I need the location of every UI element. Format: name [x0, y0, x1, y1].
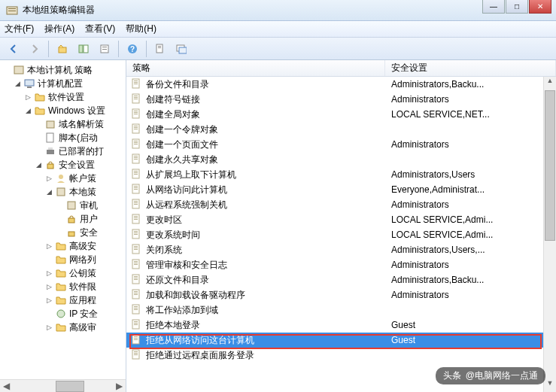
list-row[interactable]: 管理审核和安全日志Administrators — [126, 257, 556, 272]
svg-rect-100 — [134, 338, 138, 339]
list-row[interactable]: 创建永久共享对象 — [126, 152, 556, 167]
tree-audit[interactable]: 审机 — [0, 199, 126, 212]
tree-pane: 本地计算机 策略 ◢计算机配置 ▷软件设置 ◢Windows 设置 域名解析策 … — [0, 60, 126, 392]
policy-icon — [13, 64, 25, 76]
security-setting: Everyone,Administrat... — [388, 184, 556, 195]
tree-scripts[interactable]: 脚本(启动 — [0, 131, 126, 144]
tree-software[interactable]: ▷软件设置 — [0, 90, 126, 104]
tree-account-policy[interactable]: ▷帐户策 — [0, 172, 126, 185]
back-button[interactable] — [5, 40, 23, 58]
list-row[interactable]: 从网络访问此计算机Everyone,Administrat... — [126, 182, 556, 197]
folder-icon — [55, 240, 67, 252]
svg-rect-33 — [134, 84, 138, 84]
maximize-button[interactable]: □ — [506, 0, 528, 14]
scrollbar-thumb[interactable] — [56, 381, 84, 392]
svg-rect-75 — [134, 246, 138, 247]
tree[interactable]: 本地计算机 策略 ◢计算机配置 ▷软件设置 ◢Windows 设置 域名解析策 … — [0, 60, 126, 349]
policy-item-icon — [131, 274, 143, 286]
separator — [146, 41, 147, 57]
tree-deployed[interactable]: 已部署的打 — [0, 144, 126, 158]
svg-rect-2 — [8, 11, 16, 11]
security-setting: Guest — [388, 320, 556, 330]
scroll-left-icon[interactable]: ◀ — [0, 381, 13, 391]
tree-root[interactable]: 本地计算机 策略 — [0, 63, 126, 77]
close-button[interactable]: ✕ — [529, 0, 551, 14]
policy-item-icon — [131, 153, 143, 166]
svg-rect-3 — [59, 47, 66, 53]
scroll-right-icon[interactable]: ▶ — [113, 381, 126, 391]
list-row[interactable]: 关闭系统Administrators,Users,... — [126, 242, 556, 257]
user-rights-icon — [65, 213, 77, 225]
tree-ip-security[interactable]: IP 安全 — [0, 307, 126, 321]
list-row[interactable]: 创建一个令牌对象 — [126, 122, 556, 137]
scroll-down-icon[interactable]: ▼ — [544, 379, 556, 392]
column-header-security[interactable]: 安全设置 — [385, 60, 556, 76]
list-row[interactable]: 更改系统时间LOCAL SERVICE,Admi... — [126, 227, 556, 242]
list-row[interactable]: 加载和卸载设备驱动程序Administrators — [126, 287, 556, 302]
tree-public-key[interactable]: ▷公钥策 — [0, 266, 126, 280]
list-body[interactable]: 备份文件和目录Administrators,Backu...创建符号链接Admi… — [126, 77, 556, 392]
list-row[interactable]: 还原文件和目录Administrators,Backu... — [126, 272, 556, 287]
tree-horizontal-scrollbar[interactable]: ◀ ▶ — [0, 379, 126, 392]
svg-rect-80 — [134, 263, 138, 263]
scroll-up-icon[interactable]: ▲ — [544, 77, 556, 90]
policy-item-icon — [131, 349, 143, 361]
policy-name: 管理审核和安全日志 — [146, 259, 388, 272]
column-header-policy[interactable]: 策略 — [126, 60, 385, 76]
security-setting: Administrators — [388, 290, 556, 300]
svg-rect-95 — [134, 321, 138, 322]
properties-button[interactable] — [151, 40, 169, 58]
tree-dns[interactable]: 域名解析策 — [0, 117, 126, 131]
policy-name: 从网络访问此计算机 — [146, 184, 388, 196]
list-row[interactable]: 从远程系统强制关机Administrators — [126, 197, 556, 212]
help-button[interactable]: ? — [123, 40, 141, 58]
forward-button[interactable] — [26, 40, 44, 58]
list-row[interactable]: 创建符号链接Administrators — [126, 92, 556, 107]
tree-security-options[interactable]: 安全 — [0, 226, 126, 239]
menu-file[interactable]: 文件(F) — [5, 23, 34, 35]
menu-help[interactable]: 帮助(H) — [126, 23, 156, 35]
policy-name: 创建一个页面文件 — [146, 138, 388, 151]
svg-rect-15 — [179, 47, 187, 53]
policy-item-icon — [131, 199, 143, 211]
list-row[interactable]: 将工作站添加到域 — [126, 302, 556, 318]
tree-security-settings[interactable]: ◢安全设置 — [0, 158, 126, 172]
policy-name: 拒绝本地登录 — [146, 319, 388, 332]
policy-name: 创建全局对象 — [146, 108, 388, 121]
tree-local-policy[interactable]: ◢本地策 — [0, 185, 126, 199]
tree-windows-settings[interactable]: ◢Windows 设置 — [0, 104, 126, 117]
svg-rect-76 — [134, 248, 138, 248]
list-row[interactable]: 创建全局对象LOCAL SERVICE,NET... — [126, 107, 556, 122]
tree-computer-config[interactable]: ◢计算机配置 — [0, 77, 126, 90]
watermark-text: @电脑网络一点通 — [466, 369, 538, 382]
svg-rect-57 — [134, 174, 138, 175]
policy-item-icon — [131, 93, 143, 105]
svg-rect-52 — [134, 157, 138, 158]
tree-network-list[interactable]: 网络列 — [0, 253, 126, 266]
list-row[interactable]: 拒绝通过远程桌面服务登录 — [126, 348, 556, 363]
list-row[interactable]: 拒绝本地登录Guest — [126, 318, 556, 333]
list-row[interactable]: 从扩展坞上取下计算机Administrators,Users — [126, 167, 556, 182]
menu-action[interactable]: 操作(A) — [44, 23, 74, 35]
show-hide-tree-button[interactable] — [74, 40, 93, 58]
tree-advanced[interactable]: ▷高级安 — [0, 239, 126, 253]
list-row[interactable]: 备份文件和目录Administrators,Backu... — [126, 77, 556, 92]
tree-app-control[interactable]: ▷应用程 — [0, 293, 126, 307]
refresh-button[interactable] — [172, 40, 190, 58]
security-setting: LOCAL SERVICE,Admi... — [388, 214, 556, 225]
svg-rect-88 — [134, 293, 138, 293]
svg-rect-23 — [47, 164, 53, 169]
tree-software-restrict[interactable]: ▷软件限 — [0, 280, 126, 293]
menu-view[interactable]: 查看(V) — [85, 23, 115, 35]
list-row[interactable]: 拒绝从网络访问这台计算机Guest — [126, 333, 556, 348]
list-row[interactable]: 更改时区LOCAL SERVICE,Admi... — [126, 212, 556, 227]
tree-advanced-audit[interactable]: ▷高级审 — [0, 321, 126, 334]
tree-user-rights[interactable]: 用户 — [0, 212, 126, 226]
list-row[interactable]: 创建一个页面文件Administrators — [126, 137, 556, 152]
export-list-button[interactable] — [96, 40, 114, 58]
up-button[interactable] — [53, 40, 71, 58]
minimize-button[interactable]: — — [482, 0, 505, 14]
scrollbar-thumb[interactable] — [545, 90, 555, 241]
list-vertical-scrollbar[interactable]: ▲ ▼ — [543, 77, 556, 392]
svg-rect-103 — [134, 351, 138, 352]
